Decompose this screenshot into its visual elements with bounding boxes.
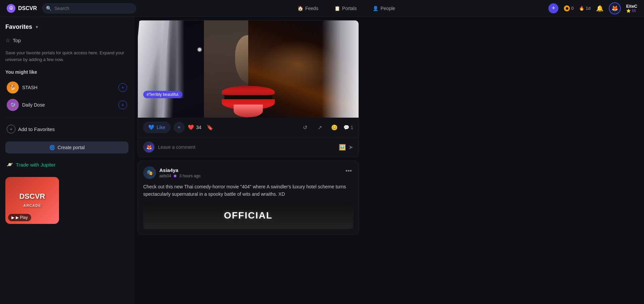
username: EiteC [626,4,637,9]
play-label: ▶ Play [16,215,28,220]
search-bar[interactable]: 🔍 [42,3,136,13]
like-count: 34 [196,125,202,130]
top-item[interactable]: ☆ Top [5,36,128,45]
share-button[interactable]: ↗ [314,122,325,133]
divider [5,118,128,118]
feeds-nav-item[interactable]: 🏠 Feeds [295,4,321,12]
people-nav-item[interactable]: 👤 People [370,4,398,12]
logo-text: DSCVR [18,5,37,11]
main-content: #Terribly beautiful. 💙 Like + ❤️ 34 🔖 ↺ … [134,17,362,304]
activity-value: 1d [586,6,590,11]
logo-icon: ⦿ [7,4,15,13]
add-daily-dose-button[interactable]: + [118,101,127,109]
suggestion-stash[interactable]: 🐕 STASH + [5,79,128,96]
avatar[interactable]: 🦊 [609,2,621,14]
topnav: ⦿ DSCVR 🔍 🏠 Feeds 📋 Portals 👤 People + ◉… [0,0,644,17]
nav-center: 🏠 Feeds 📋 Portals 👤 People [144,4,548,12]
stash-name: STASH [22,85,38,90]
react-button[interactable]: 😊 [329,122,340,133]
arcade-card[interactable]: DSCVR ARCADE ▶ ▶ Play [5,177,59,224]
comment-icon: 💬 [343,125,349,130]
user-level: ⭐ 55 [626,9,637,13]
post-card-text: 🎭 Asia4ya aids04 3 hours ago ••• Check o… [138,161,359,235]
like-count-display: ❤️ 34 [188,124,202,130]
post-user-avatar: 🎭 [143,166,156,179]
online-indicator [174,175,176,177]
handle-text: aids04 [159,174,171,178]
suggestion-daily-dose-left: 🔮 Daily Dose [7,99,45,111]
trade-jupiter-label: Trade with Jupiter [16,162,56,168]
top-label: Top [13,38,21,43]
comment-input-row: 🦊 🖼️ ➤ [138,137,359,157]
favorites-section-title: Favorites ▼ [5,23,128,31]
portal-icon: 🌀 [49,145,55,150]
post-image: #Terribly beautiful. [138,20,359,118]
notification-bell[interactable]: 🔔 [596,5,603,12]
feeds-icon: 🏠 [298,6,303,11]
avatar-emoji: 🦊 [611,5,618,11]
layout: Favorites ▼ ☆ Top Save your favorite por… [0,17,644,304]
stash-avatar: 🐕 [7,81,19,94]
red-heart-icon: ❤️ [188,124,194,130]
user-info: EiteC ⭐ 55 [626,4,637,13]
post-header: 🎭 Asia4ya aids04 3 hours ago ••• [143,166,353,179]
portals-nav-item[interactable]: 📋 Portals [332,4,360,12]
arcade-subtitle: ARCADE [23,203,41,207]
post-meta: aids04 3 hours ago [159,174,201,178]
comment-count-display: 💬 1 [343,125,353,130]
image-attach-button[interactable]: 🖼️ [339,144,346,151]
repost-button[interactable]: ↺ [299,122,311,133]
add-to-favorites-label: Add to Favorites [18,126,55,132]
might-like-title: You might like [5,69,128,75]
suggestion-daily-dose[interactable]: 🔮 Daily Dose + [5,96,128,114]
activity-display: 🔥 1d [579,6,590,11]
post-user: 🎭 Asia4ya aids04 3 hours ago [143,166,201,179]
coin-icon: ◉ [564,5,570,11]
sidebar: Favorites ▼ ☆ Top Save your favorite por… [0,17,134,304]
add-reaction-button[interactable]: + [174,122,184,133]
people-label: People [380,6,395,11]
send-button[interactable]: ➤ [348,144,353,151]
favorites-title: Favorites [5,23,32,31]
post-body-text: Check out this new Thai comedy-horror mo… [143,183,353,198]
comment-actions: 🖼️ ➤ [339,144,353,151]
suggestion-stash-left: 🐕 STASH [7,81,38,94]
comment-input[interactable] [158,144,335,150]
create-button[interactable]: + [548,3,558,13]
add-stash-button[interactable]: + [118,83,127,92]
add-circle-icon: + [7,125,15,133]
post-media-preview[interactable]: OFFICIAL [143,202,353,229]
post-user-details: Asia4ya aids04 3 hours ago [159,167,201,178]
nav-right: + ◉ 0 🔥 1d 🔔 🦊 EiteC ⭐ 55 [548,2,637,14]
people-icon: 👤 [373,6,378,11]
create-portal-button[interactable]: 🌀 Create portal [5,141,128,154]
post-time: 3 hours ago [179,174,200,178]
add-to-favorites-item[interactable]: + Add to Favorites [5,122,128,136]
play-button[interactable]: ▶ ▶ Play [8,214,31,221]
search-icon: 🔍 [46,6,52,11]
logo[interactable]: ⦿ DSCVR [7,4,37,13]
coin-count: 0 [571,6,574,11]
chevron-down-icon: ▼ [35,25,39,29]
coins-display: ◉ 0 [564,5,574,11]
post-actions: 💙 Like + ❤️ 34 🔖 ↺ ↗ 😊 💬 1 [138,118,359,137]
anime-artwork: #Terribly beautiful. [138,20,359,118]
trade-jupiter-item[interactable]: 🪐 Trade with Jupiter [5,159,128,170]
create-portal-label: Create portal [58,145,85,150]
jupiter-icon: 🪐 [7,162,13,168]
portals-icon: 📋 [334,6,340,11]
flame-icon: 🔥 [579,6,584,11]
arcade-title: DSCVR ARCADE [19,192,45,208]
daily-dose-name: Daily Dose [22,102,45,108]
like-button[interactable]: 💙 Like [143,122,170,133]
favorites-description: Save your favorite portals for quick acc… [5,50,128,63]
heart-icon: 💙 [148,124,155,130]
more-options-button[interactable]: ••• [344,166,353,176]
media-title: OFFICIAL [224,210,272,221]
star-icon: ☆ [5,37,10,44]
search-input[interactable] [54,6,131,11]
post-card-image: #Terribly beautiful. 💙 Like + ❤️ 34 🔖 ↺ … [138,20,359,157]
post-tag: #Terribly beautiful. [143,91,182,98]
bookmark-button[interactable]: 🔖 [205,122,215,133]
play-icon: ▶ [11,215,14,220]
